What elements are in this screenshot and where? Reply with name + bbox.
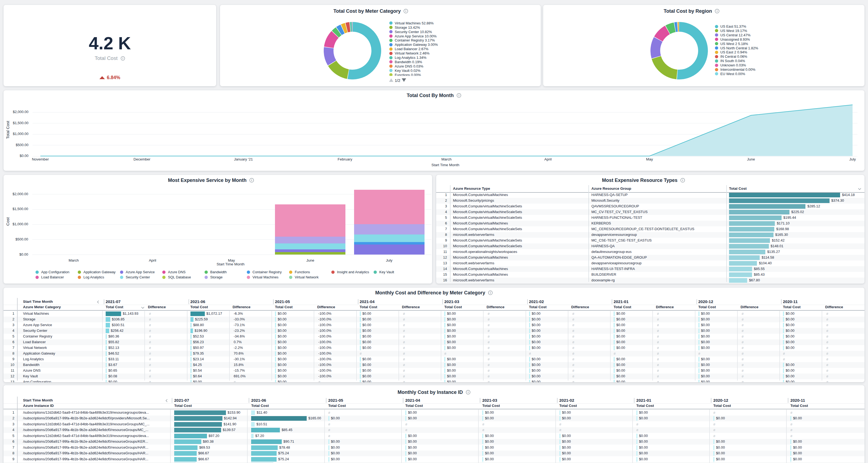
svg-text:Cost: Cost [5, 217, 10, 226]
